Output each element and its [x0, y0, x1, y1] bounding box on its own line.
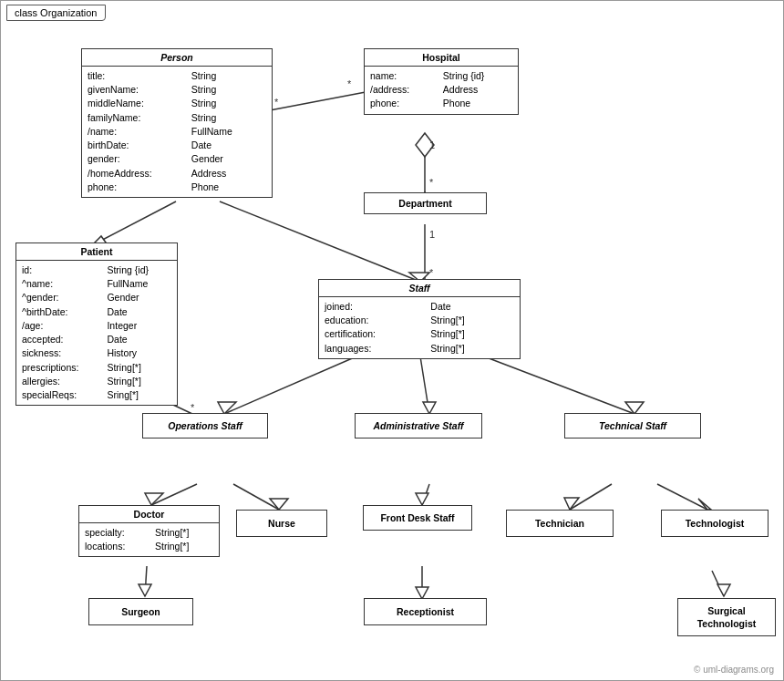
- svg-text:*: *: [274, 97, 279, 108]
- technologist-class: Technologist: [661, 510, 769, 537]
- administrative-staff-class: Administrative Staff: [355, 413, 482, 439]
- operations-staff-class: Operations Staff: [142, 413, 268, 439]
- person-body: title:String givenName:String middleName…: [82, 67, 272, 197]
- svg-line-11: [92, 201, 176, 245]
- front-desk-staff-title: Front Desk Staff: [364, 506, 471, 530]
- svg-marker-25: [145, 493, 163, 505]
- technical-staff-title: Technical Staff: [565, 414, 700, 438]
- patient-class: Patient id:String {id} ^name:FullName ^g…: [15, 242, 178, 406]
- technician-title: Technician: [507, 511, 613, 536]
- patient-title: Patient: [16, 243, 177, 261]
- diagram-container: class Organization * * 1 * 1 * * *: [0, 0, 784, 681]
- hospital-class: Hospital name:String {id} /address:Addre…: [364, 48, 519, 115]
- doctor-class: Doctor specialty:String[*] locations:Str…: [78, 505, 220, 557]
- svg-text:*: *: [347, 78, 352, 89]
- svg-marker-39: [717, 584, 730, 596]
- svg-text:*: *: [191, 402, 195, 413]
- surgeon-class: Surgeon: [88, 598, 193, 625]
- diagram-title: class Organization: [6, 5, 106, 21]
- staff-title: Staff: [319, 280, 520, 297]
- technical-staff-class: Technical Staff: [564, 413, 701, 439]
- staff-class: Staff joined:Date education:String[*] ce…: [318, 279, 521, 359]
- svg-marker-35: [139, 584, 151, 596]
- receptionist-title: Receptionist: [365, 599, 486, 624]
- operations-staff-title: Operations Staff: [143, 414, 267, 438]
- svg-line-20: [420, 356, 429, 414]
- svg-text:*: *: [429, 267, 434, 278]
- svg-line-18: [224, 356, 356, 414]
- surgical-technologist-class: Surgical Technologist: [677, 598, 776, 636]
- person-class: Person title:String givenName:String mid…: [81, 48, 273, 198]
- watermark: © uml-diagrams.org: [694, 665, 774, 675]
- department-class: Department: [364, 192, 487, 214]
- doctor-body: specialty:String[*] locations:String[*]: [79, 523, 219, 556]
- nurse-class: Nurse: [236, 510, 327, 537]
- svg-line-22: [484, 356, 634, 414]
- technician-class: Technician: [506, 510, 614, 537]
- person-title: Person: [82, 49, 272, 67]
- svg-marker-29: [416, 493, 428, 505]
- surgical-technologist-title: Surgical Technologist: [678, 599, 775, 635]
- svg-marker-33: [698, 499, 711, 510]
- svg-marker-27: [270, 499, 288, 510]
- svg-line-0: [270, 92, 366, 110]
- svg-marker-4: [416, 133, 434, 157]
- svg-line-38: [712, 571, 724, 596]
- svg-line-32: [657, 484, 707, 510]
- hospital-title: Hospital: [365, 49, 518, 67]
- surgeon-title: Surgeon: [89, 599, 192, 624]
- doctor-title: Doctor: [79, 506, 219, 523]
- front-desk-staff-class: Front Desk Staff: [363, 505, 472, 531]
- hospital-body: name:String {id} /address:Address phone:…: [365, 67, 518, 114]
- nurse-title: Nurse: [237, 511, 326, 536]
- svg-line-26: [233, 484, 279, 510]
- svg-line-30: [570, 484, 612, 510]
- department-title: Department: [365, 193, 486, 213]
- receptionist-class: Receptionist: [364, 598, 487, 625]
- svg-text:*: *: [429, 177, 434, 188]
- svg-text:1: 1: [429, 139, 435, 150]
- svg-line-28: [422, 484, 429, 505]
- administrative-staff-title: Administrative Staff: [356, 414, 481, 438]
- staff-body: joined:Date education:String[*] certific…: [319, 297, 520, 358]
- svg-text:1: 1: [429, 229, 435, 240]
- patient-body: id:String {id} ^name:FullName ^gender:Ge…: [16, 261, 177, 405]
- technologist-title: Technologist: [662, 511, 768, 536]
- svg-line-24: [151, 484, 197, 505]
- svg-line-34: [145, 566, 147, 596]
- svg-marker-31: [564, 498, 579, 510]
